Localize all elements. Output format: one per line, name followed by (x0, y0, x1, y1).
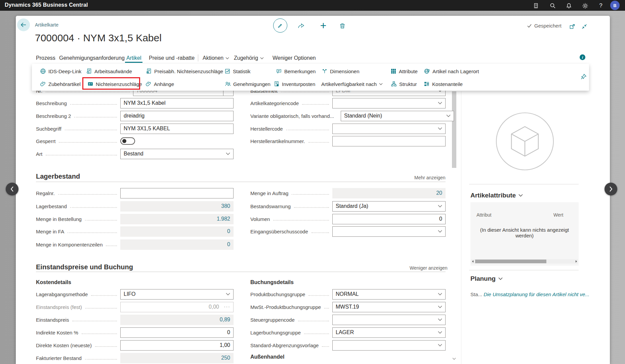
factbox-title-planung[interactable]: Planung (470, 275, 503, 282)
volumen-input[interactable] (333, 214, 445, 224)
horizontal-scrollbar-thumb[interactable] (475, 260, 546, 263)
planning-status-link[interactable]: Die Umsatzplanung für diesen Artikel nic… (484, 291, 589, 297)
search-icon[interactable] (548, 1, 557, 10)
scroll-right-arrow[interactable] (575, 260, 578, 263)
menu-zugehoerig[interactable]: Zugehörig (234, 54, 264, 62)
action-kostenanteile[interactable]: Kostenanteile (424, 79, 463, 89)
weniger-anzeigen-link[interactable]: Weniger anzeigen (410, 265, 448, 271)
scroll-left-arrow[interactable] (471, 260, 474, 263)
action-dimensionen[interactable]: Dimensionen (322, 66, 360, 76)
settings-gear-icon[interactable] (581, 1, 589, 10)
artikelkategoriencode-select[interactable] (332, 98, 446, 108)
menge-in-fa-value[interactable]: 0 (120, 226, 234, 237)
share-icon[interactable] (297, 22, 305, 30)
action-struktur[interactable]: Struktur (391, 79, 417, 89)
pin-icon[interactable] (580, 73, 587, 80)
action-ids-deep-link[interactable]: IDS-Deep-Link (40, 66, 81, 76)
chevron-down-icon (438, 230, 442, 233)
factbox-title-artikelattribute[interactable]: Artikelattribute (470, 192, 523, 199)
scroll-down-arrow[interactable] (452, 356, 456, 361)
item-picture-placeholder[interactable] (495, 112, 554, 171)
field-lagerabgangsmethode: Lagerabgangsmethode LIFO (36, 289, 234, 300)
avatar[interactable]: B (610, 1, 620, 10)
menge-in-bestellung-value[interactable]: 1.982 (120, 214, 234, 224)
fakturierter-bestand-value[interactable]: 250 (120, 353, 234, 363)
mehr-anzeigen-link[interactable]: Mehr anzeigen (414, 175, 446, 180)
collapse-icon[interactable] (581, 23, 588, 30)
action-preisabh-nichteisenzuschlaege[interactable]: Preisabh. Nichteisenzuschläge (146, 66, 223, 76)
field-lagerbestand: Lagerbestand 380 (36, 201, 234, 212)
next-record-button[interactable] (605, 183, 617, 195)
tab-preise-und-rabatte[interactable]: Preise und -rabatte (149, 54, 195, 62)
beschreibung2-input[interactable] (121, 111, 233, 121)
delete-icon[interactable] (338, 22, 346, 30)
herstellercode-select[interactable] (332, 124, 446, 134)
action-zubehoerartikel[interactable]: Zubehörartikel (40, 79, 81, 89)
edit-button[interactable] (273, 18, 287, 33)
bell-icon[interactable] (565, 1, 573, 10)
price-doc-icon (146, 68, 152, 74)
action-genehmigungen[interactable]: Genehmigungen (225, 79, 270, 89)
column-header-wert[interactable]: Wert (553, 212, 563, 218)
mwst-produktbuchungsgruppe-select[interactable]: MWST.19 (332, 302, 446, 312)
field-suchbegriff: Suchbegriff (36, 123, 234, 134)
back-button[interactable] (17, 18, 30, 31)
action-bemerkungen[interactable]: Bemerkungen (276, 66, 316, 76)
herstellerartikelnummer-input[interactable] (333, 136, 445, 146)
menu-aktionen[interactable]: Aktionen (203, 54, 229, 62)
steuergruppencode-select[interactable] (332, 315, 446, 325)
regalnr-input[interactable] (121, 188, 233, 198)
tab-artikel[interactable]: Artikel (126, 54, 141, 62)
action-inventurposten[interactable]: Inventurposten (274, 79, 315, 89)
variante-select[interactable]: Standard (Nein) (341, 111, 454, 121)
open-in-window-icon[interactable] (569, 23, 576, 30)
chevron-down-icon (438, 344, 442, 347)
info-icon[interactable]: i (580, 54, 585, 60)
tab-genehmigungsanforderung[interactable]: Genehmigungsanforderung (59, 54, 125, 62)
standard-abgrenzungsvorlage-select[interactable] (332, 340, 446, 351)
titlebar: Dynamics 365 Business Central ? B (0, 0, 625, 11)
menge-in-auftrag-value[interactable]: 20 (332, 188, 446, 198)
action-nichteisenzuschlaege[interactable]: Nichteisenzuschläge (87, 79, 142, 89)
lagerbuchungsgruppe-select[interactable]: LAGER (332, 327, 446, 338)
action-arbeitsaufwaende[interactable]: Arbeitsaufwände (86, 66, 132, 76)
action-statistik[interactable]: Statistik (224, 66, 251, 76)
produktbuchungsgruppe-select[interactable]: NORMAL (332, 289, 446, 300)
chevron-down-icon (446, 115, 451, 117)
action-anhaenge[interactable]: Anhänge (145, 79, 174, 89)
lagerabgangsmethode-select[interactable]: LIFO (120, 289, 234, 300)
dotted-leader (322, 346, 329, 347)
menge-in-komponentenzeilen-value[interactable]: 0 (120, 239, 234, 250)
help-icon[interactable]: ? (596, 1, 605, 10)
dotted-leader (72, 321, 117, 321)
menu-weniger-optionen[interactable]: Weniger Optionen (273, 54, 316, 62)
horizontal-scrollbar[interactable] (471, 259, 578, 264)
previous-record-button[interactable] (6, 183, 18, 195)
new-button[interactable]: + (318, 19, 329, 32)
eingangsueberschusscode-select[interactable] (332, 226, 446, 237)
action-artikel-nach-lagerort[interactable]: Artikel nach Lagerort (424, 66, 479, 76)
art-select[interactable]: Bestand (120, 149, 234, 159)
indirekte-kosten-input[interactable] (121, 328, 233, 337)
beschreibung-input[interactable] (121, 98, 233, 108)
bestandswarnung-select[interactable]: Standard (Ja) (332, 201, 446, 212)
page-caption: Artikelkarte (35, 22, 58, 28)
company-icon[interactable] (532, 1, 540, 10)
section-title-lagerbestand[interactable]: Lagerbestand (36, 173, 80, 180)
action-artikelverfuegbarkeit-nach[interactable]: Artikelverfügbarkeit nach (321, 79, 383, 89)
action-attribute[interactable]: Attribute (390, 66, 418, 76)
lagerbestand-value[interactable]: 380 (120, 201, 234, 212)
dotted-leader (311, 232, 329, 233)
gesperrt-toggle[interactable] (120, 137, 135, 145)
vertical-scrollbar-thumb[interactable] (452, 91, 456, 168)
column-header-attribut[interactable]: Attribut (476, 212, 491, 218)
field-einstandspreis: Einstandspreis 0,89 (36, 314, 234, 325)
section-title-einstandspreise[interactable]: Einstandspreise und Buchung (36, 263, 133, 271)
tab-prozess[interactable]: Prozess (36, 54, 55, 62)
cost-shares-icon (424, 81, 430, 87)
assist-edit-button[interactable]: ··· (224, 304, 230, 310)
suchbegriff-input[interactable] (121, 124, 233, 134)
direkte-kosten-input[interactable] (121, 340, 233, 350)
einstandspreis-value[interactable]: 0,89 (120, 315, 234, 325)
dotted-leader (46, 155, 117, 155)
